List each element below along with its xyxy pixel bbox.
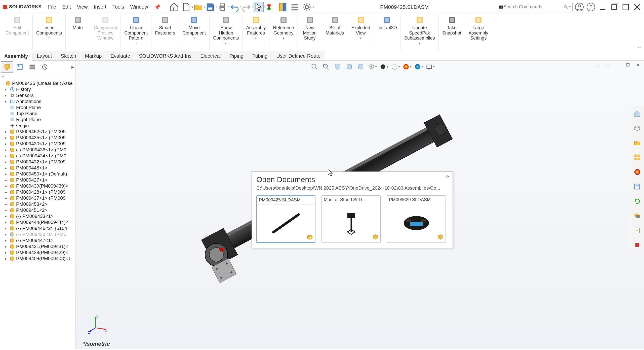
dynamic-annotation-button[interactable] (356, 62, 366, 72)
tree-node[interactable]: PM009425 (Linear Belt Asse (0, 80, 75, 86)
tree-node[interactable]: ▸PM009448<1> (0, 165, 75, 171)
view-settings-button[interactable] (425, 62, 435, 72)
tab-tubing[interactable]: Tubing (248, 51, 272, 60)
ribbon-assembly-button[interactable]: Assembly Features▾ (245, 15, 267, 40)
tree-node[interactable]: Top Plane (0, 111, 75, 117)
ribbon-collapse-button[interactable]: ︿ (637, 44, 641, 50)
menu-tools[interactable]: Tools (110, 3, 127, 11)
menu-edit[interactable]: Edit (60, 3, 73, 11)
tree-node[interactable]: ▸(-) PM009446<2> {5104 (0, 225, 75, 231)
options-list-button[interactable] (290, 2, 300, 12)
open-button[interactable]: ▾ (193, 2, 203, 12)
doc-restore-button[interactable]: ❐ (624, 62, 632, 68)
tree-node[interactable]: ▸PM009451<2> (0, 207, 75, 213)
menu-file[interactable]: File (46, 3, 59, 11)
ribbon-take-button[interactable]: Take Snapshot (441, 15, 463, 36)
panel-nav-arrow[interactable]: ▶ (71, 65, 74, 69)
redo-button[interactable]: ▾ (242, 2, 252, 12)
ribbon-smart-button[interactable]: Smart Fasteners (153, 15, 177, 36)
tab-piping[interactable]: Piping (225, 51, 248, 60)
doc-expand1-icon[interactable]: ⬚ (594, 62, 602, 68)
edit-appearance-button[interactable] (402, 62, 412, 72)
tree-node[interactable]: ▸PM009432<1> (PM009 (0, 159, 75, 165)
tree-node[interactable]: ▸PM009430<1> (PM009 (0, 141, 75, 147)
save-button[interactable]: ▾ (205, 2, 215, 12)
open-doc-thumb[interactable]: PM009425.SLDASM (256, 195, 315, 243)
ribbon-insert-button[interactable]: Insert Components▾ (35, 15, 63, 40)
menu-view[interactable]: View (74, 3, 90, 11)
feature-filter[interactable]: ▽ (0, 73, 75, 80)
rebuild-button[interactable] (266, 2, 276, 12)
tp-appearances-button[interactable] (632, 166, 643, 178)
tree-node[interactable]: ▸(-) PM009438<1> (PM0 (0, 231, 75, 237)
zoom-area-button[interactable] (321, 62, 331, 72)
open-doc-thumb[interactable]: PM009629.SLDASM (387, 195, 446, 243)
property-manager-tab[interactable] (14, 61, 26, 73)
dimxpert-tab[interactable] (39, 61, 51, 73)
ribbon-reference-button[interactable]: Reference Geometry▾ (271, 15, 295, 40)
new-doc-button[interactable]: ▾ (181, 2, 191, 12)
menu-window[interactable]: Window (128, 3, 150, 11)
apply-scene-button[interactable] (414, 62, 424, 72)
view-orientation-button[interactable] (367, 62, 377, 72)
search-commands-box[interactable]: ▾ (497, 3, 573, 11)
user-account-button[interactable] (575, 2, 584, 12)
tree-node[interactable]: ▸PM009435<1> (PM009 (0, 135, 75, 141)
tree-node[interactable]: ▸PM009444(PM009444)< (0, 219, 75, 225)
search-dd-icon[interactable]: ▾ (569, 5, 571, 9)
tree-node[interactable]: Origin (0, 123, 75, 129)
tree-node[interactable]: ▸(-) PM009447<1> (0, 237, 75, 243)
ribbon-linear-button[interactable]: Linear Component Pattern▾ (123, 15, 149, 45)
tab-solidworks-add-ins[interactable]: SOLIDWORKS Add-Ins (135, 51, 196, 60)
tree-node[interactable]: Front Plane (0, 104, 75, 111)
help-button[interactable]: ? (586, 2, 596, 12)
tree-node[interactable]: ▸PM009427<1> (0, 177, 75, 183)
tp-forum-button[interactable] (632, 210, 643, 221)
section-view-button[interactable] (344, 62, 354, 72)
tp-custom-props-button[interactable] (632, 181, 643, 192)
tree-node[interactable]: ▸PM009452<1> (PM009 (0, 129, 75, 135)
tab-electrical[interactable]: Electrical (196, 51, 225, 60)
ribbon-show-button[interactable]: Show Hidden Components▾ (212, 15, 240, 45)
ribbon-bill-of-button[interactable]: Bill of Materials (324, 15, 346, 36)
tree-node[interactable]: ▸(-) PM009433<1> (0, 213, 75, 219)
ribbon-instant3d-button[interactable]: Instant3D (376, 15, 398, 31)
tp-file-explorer-button[interactable] (632, 137, 643, 148)
select-button[interactable]: ▾ (254, 2, 264, 12)
ribbon-large-button[interactable]: Large Assembly Settings (467, 15, 490, 41)
ribbon-mate-button[interactable]: Mate (68, 15, 88, 31)
undo-button[interactable]: ▾ (229, 2, 239, 12)
doc-close-button[interactable]: ✕ (634, 62, 642, 68)
tp-design-library-button[interactable] (632, 123, 643, 134)
tree-node[interactable]: ▸(-) PM009436<1> (PM0 (0, 147, 75, 153)
zoom-fit-button[interactable] (309, 62, 319, 72)
tab-sketch[interactable]: Sketch (57, 51, 80, 60)
file-properties-button[interactable] (278, 2, 288, 12)
tree-node[interactable]: ▸AAnnotations (0, 98, 75, 104)
tree-node[interactable]: ▸PM009450<1> (Default) (0, 171, 75, 177)
print-button[interactable]: ▾ (217, 2, 227, 12)
home-button[interactable] (169, 2, 179, 12)
tree-node[interactable]: ▸Sensors (0, 92, 75, 98)
tree-node[interactable]: Right Plane (0, 117, 75, 123)
tree-node[interactable]: ▸PM009431(PM009431)< (0, 243, 75, 250)
ribbon-exploded-button[interactable]: Exploded View▾ (350, 15, 372, 40)
doc-expand2-icon[interactable]: ⬚ (604, 62, 612, 68)
ribbon-update-button[interactable]: Update SpeedPak Subassemblies▾ (403, 15, 436, 45)
restore-button[interactable] (609, 2, 619, 12)
tab-markup[interactable]: Markup (81, 51, 106, 60)
ribbon-new-button[interactable]: New Motion Study (300, 15, 320, 41)
minimize-button[interactable] (598, 2, 607, 12)
maximize-button[interactable] (621, 2, 630, 12)
tp-electrical-button[interactable] (632, 225, 643, 236)
close-button[interactable] (632, 2, 642, 12)
tree-node[interactable]: ▸PM009408(PM009408)<1 (0, 256, 75, 262)
tree-node[interactable]: ▸PM009439(PM009439)< (0, 183, 75, 189)
display-style-button[interactable] (379, 62, 389, 72)
open-doc-thumb[interactable]: Monitor Stand.SLD... (321, 195, 381, 243)
tree-node[interactable]: ▸PM009437<1> (PM009 (0, 195, 75, 201)
tab-assembly[interactable]: Assembly (0, 52, 32, 61)
previous-view-button[interactable] (333, 62, 343, 72)
menu-pin-icon[interactable]: 📌 (152, 3, 163, 11)
graphics-area[interactable]: ⬚ ⬚ — ❐ ✕ (75, 61, 644, 349)
